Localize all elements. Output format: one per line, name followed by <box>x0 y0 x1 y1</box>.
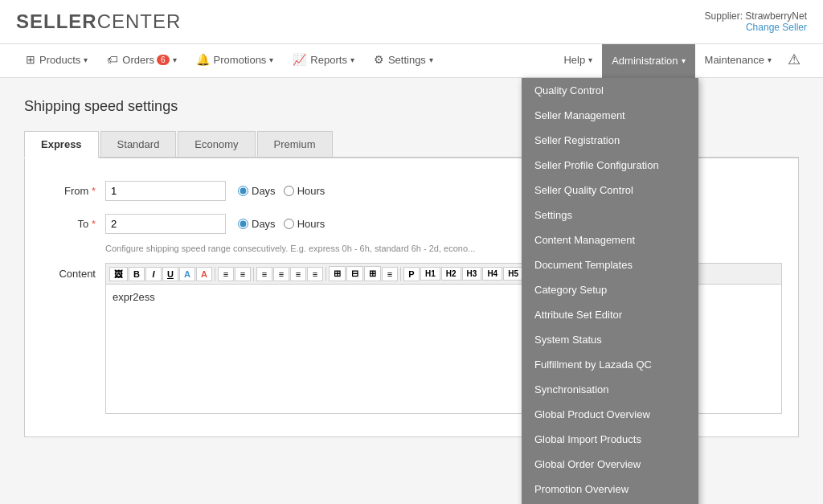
from-days-label: Days <box>252 185 276 197</box>
nav-alert[interactable]: ⚠ <box>781 44 807 78</box>
from-hours-label: Hours <box>297 185 326 197</box>
toolbar-source[interactable]: ≡ <box>382 267 398 281</box>
orders-badge: 6 <box>157 55 170 65</box>
settings-icon: ⚙ <box>374 53 384 66</box>
from-required: * <box>92 185 96 197</box>
nav-orders[interactable]: 🏷 Orders 6 ▾ <box>97 44 186 78</box>
main-content: Shipping speed settings Express Standard… <box>0 78 823 504</box>
to-days-label: Days <box>252 218 276 230</box>
nav-maintenance-label: Maintenance <box>705 54 764 66</box>
nav-help-label: Help <box>563 54 585 66</box>
toolbar-sep3 <box>326 267 326 281</box>
toolbar-highlight[interactable]: A <box>196 267 212 281</box>
grid-icon: ⊞ <box>26 53 35 66</box>
from-input[interactable] <box>105 181 226 201</box>
to-input[interactable] <box>105 214 226 234</box>
toolbar-bold[interactable]: B <box>129 267 145 281</box>
logo: SELLERCENTER <box>16 10 181 33</box>
chart-icon: 📈 <box>293 53 306 66</box>
maintenance-caret: ▾ <box>768 55 772 64</box>
tab-standard[interactable]: Standard <box>100 131 177 157</box>
bell-icon: 🔔 <box>196 53 210 66</box>
to-days-radio[interactable]: Days <box>238 218 276 230</box>
toolbar-align-left[interactable]: ≡ <box>256 267 272 281</box>
nav-administration[interactable]: Administration ▾ <box>602 44 694 78</box>
to-label: To * <box>41 218 105 230</box>
content-label: Content <box>41 263 105 280</box>
dropdown-attribute-set-editor[interactable]: Attribute Set Editor <box>522 302 698 327</box>
dropdown-seller-profile-configuration[interactable]: Seller Profile Configuration <box>522 153 698 178</box>
toolbar-align-center[interactable]: ≡ <box>273 267 289 281</box>
toolbar-h5[interactable]: H5 <box>503 267 523 281</box>
dropdown-seller-registration[interactable]: Seller Registration <box>522 128 698 153</box>
nav-orders-label: Orders <box>122 54 154 66</box>
from-label: From * <box>41 185 105 197</box>
header-user-info: Supplier: StrawberryNet Change Seller <box>705 10 807 33</box>
settings-caret: ▾ <box>429 55 433 64</box>
alert-icon: ⚠ <box>788 51 800 68</box>
dropdown-promotion-overview[interactable]: Promotion Overview <box>522 477 698 502</box>
dropdown-fulfillment-lazada[interactable]: Fulfillment by Lazada QC <box>522 352 698 377</box>
toolbar-h4[interactable]: H4 <box>482 267 502 281</box>
reports-caret: ▾ <box>350 55 354 64</box>
toolbar-img[interactable]: 🖼 <box>109 267 128 281</box>
promotions-caret: ▾ <box>269 55 273 64</box>
dropdown-synchronisation[interactable]: Synchronisation <box>522 377 698 402</box>
tab-premium[interactable]: Premium <box>257 131 333 157</box>
dropdown-settings[interactable]: Settings <box>522 203 698 227</box>
logo-light: CENTER <box>97 10 182 32</box>
from-days-radio[interactable]: Days <box>238 185 276 197</box>
toolbar-p[interactable]: P <box>403 267 420 281</box>
toolbar-sep2 <box>253 267 254 281</box>
change-seller-link[interactable]: Change Seller <box>705 22 807 33</box>
nav-administration-label: Administration <box>612 55 678 67</box>
toolbar-ol[interactable]: ≡ <box>235 267 251 281</box>
from-radio-group: Days Hours <box>238 185 325 197</box>
toolbar-h1[interactable]: H1 <box>420 267 440 281</box>
dropdown-document-templates[interactable]: Document Templates <box>522 252 698 277</box>
toolbar-h3[interactable]: H3 <box>462 267 482 281</box>
nav-help[interactable]: Help ▾ <box>554 44 602 78</box>
toolbar-italic[interactable]: I <box>145 267 162 281</box>
toolbar-sep1 <box>215 267 215 281</box>
tab-express[interactable]: Express <box>24 131 99 158</box>
admin-caret: ▾ <box>682 56 686 65</box>
nav-settings-label: Settings <box>388 54 426 66</box>
toolbar-underline[interactable]: U <box>162 267 178 281</box>
nav-products[interactable]: ⊞ Products ▾ <box>16 44 97 78</box>
help-caret: ▾ <box>588 55 592 64</box>
dropdown-content-management[interactable]: Content Management <box>522 227 698 252</box>
to-hours-label: Hours <box>297 218 326 230</box>
dropdown-seller-management[interactable]: Seller Management <box>522 103 698 128</box>
dropdown-quality-control[interactable]: Quality Control <box>522 78 698 103</box>
dropdown-category-setup[interactable]: Category Setup <box>522 277 698 302</box>
toolbar-sep4 <box>400 267 401 281</box>
toolbar-align-justify[interactable]: ≡ <box>307 267 323 281</box>
nav-reports-label: Reports <box>310 54 347 66</box>
toolbar-ul[interactable]: ≡ <box>218 267 234 281</box>
to-required: * <box>92 218 96 230</box>
to-hours-radio[interactable]: Hours <box>284 218 326 230</box>
toolbar-h2[interactable]: H2 <box>441 267 461 281</box>
toolbar-table[interactable]: ⊞ <box>364 266 381 281</box>
dropdown-global-order-overview[interactable]: Global Order Overview <box>522 452 698 477</box>
nav-promotions[interactable]: 🔔 Promotions ▾ <box>186 44 284 78</box>
from-hours-radio[interactable]: Hours <box>284 185 326 197</box>
admin-dropdown: Quality Control Seller Management Seller… <box>522 78 698 504</box>
toolbar-font-color[interactable]: A <box>179 267 195 281</box>
toolbar-unlink[interactable]: ⊟ <box>346 266 363 281</box>
dropdown-global-product-overview[interactable]: Global Product Overview <box>522 402 698 427</box>
toolbar-link[interactable]: ⊞ <box>329 266 346 281</box>
nav-promotions-label: Promotions <box>214 54 267 66</box>
nav-maintenance[interactable]: Maintenance ▾ <box>695 44 781 78</box>
nav-reports[interactable]: 📈 Reports ▾ <box>283 44 364 78</box>
orders-caret: ▾ <box>173 55 177 64</box>
tab-economy[interactable]: Economy <box>178 131 255 157</box>
dropdown-system-status[interactable]: System Status <box>522 327 698 352</box>
to-radio-group: Days Hours <box>238 218 325 230</box>
dropdown-seller-quality-control[interactable]: Seller Quality Control <box>522 178 698 203</box>
dropdown-global-import-products[interactable]: Global Import Products <box>522 427 698 452</box>
header: SELLERCENTER Supplier: StrawberryNet Cha… <box>0 0 823 44</box>
toolbar-align-right[interactable]: ≡ <box>290 267 306 281</box>
nav-settings[interactable]: ⚙ Settings ▾ <box>364 44 443 78</box>
